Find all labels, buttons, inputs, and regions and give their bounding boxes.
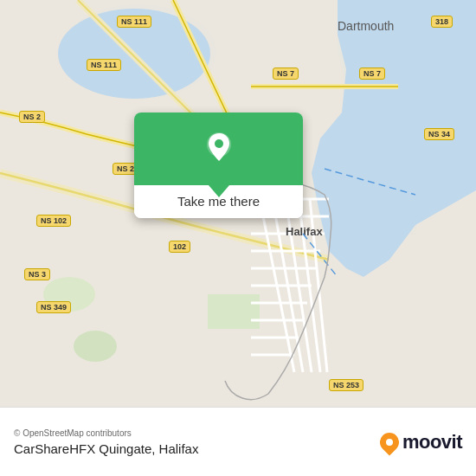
road-badge-ns111-2: NS 111	[87, 59, 121, 71]
popup-pointer	[209, 185, 229, 197]
road-badge-102: 102	[169, 241, 190, 253]
road-badge-ns349: NS 349	[36, 301, 71, 313]
map-container: Dartmouth Halifax NS 111 NS 111 NS 2 NS …	[0, 0, 476, 407]
svg-point-35	[215, 139, 223, 148]
road-badge-ns34: NS 34	[424, 128, 454, 140]
svg-text:Dartmouth: Dartmouth	[338, 19, 394, 33]
road-badge-ns111-1: NS 111	[117, 16, 151, 28]
popup-green-header	[134, 113, 303, 185]
bottom-bar: © OpenStreetMap contributors CarShareHFX…	[0, 407, 476, 476]
location-title: CarShareHFX Quingate, Halifax	[14, 441, 198, 456]
road-badge-ns2-1: NS 2	[19, 111, 45, 123]
road-badge-ns102: NS 102	[36, 215, 71, 227]
road-badge-ns7-1: NS 7	[273, 68, 299, 80]
attribution-text: © OpenStreetMap contributors	[14, 428, 198, 438]
road-badge-ns7-2: NS 7	[359, 68, 385, 80]
road-badge-318: 318	[431, 16, 453, 28]
svg-point-8	[74, 331, 117, 362]
moovit-logo: moovit	[380, 431, 462, 453]
moovit-pin-inner	[386, 439, 393, 446]
moovit-text: moovit	[402, 431, 462, 453]
road-badge-ns3: NS 3	[24, 268, 50, 280]
moovit-pin-icon	[376, 428, 402, 455]
svg-rect-6	[208, 294, 260, 329]
road-badge-ns253: NS 253	[329, 379, 363, 391]
location-popup: Take me there	[134, 113, 303, 218]
location-pin-icon	[200, 128, 238, 166]
